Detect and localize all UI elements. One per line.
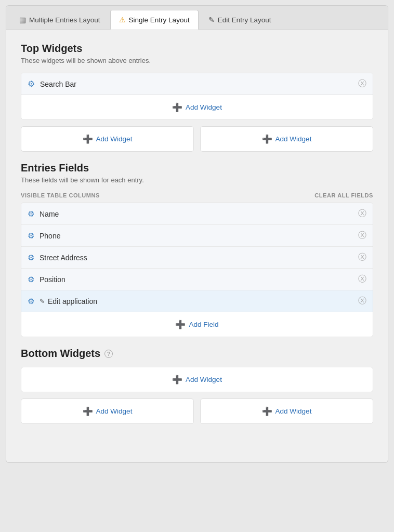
- entries-fields-section: Entries Fields These fields will be show…: [21, 162, 373, 337]
- pencil-icon: ✎: [208, 16, 215, 24]
- add-widget-bottom-icon: ➕: [172, 375, 182, 384]
- search-bar-widget-row: ⚙ Search Bar ⓧ: [21, 73, 373, 95]
- field-position-label: Position: [40, 275, 358, 284]
- top-widgets-desc: These widgets will be shown above entrie…: [21, 57, 373, 64]
- top-widgets-two-col: ➕ Add Widget ➕ Add Widget: [21, 126, 373, 152]
- tab-edit-entry[interactable]: ✎ Edit Entry Layout: [200, 10, 280, 30]
- field-edit-app-remove-button[interactable]: ⓧ: [358, 296, 366, 307]
- bottom-widget-left-box: ➕ Add Widget: [21, 398, 194, 424]
- visible-columns-label: Visible Table Columns: [21, 192, 100, 198]
- field-street-remove-button[interactable]: ⓧ: [358, 252, 366, 263]
- tab-edit-label: Edit Entry Layout: [218, 16, 271, 24]
- field-row-name: ⚙ Name ⓧ: [21, 203, 373, 225]
- add-widget-left-label: Add Widget: [96, 135, 133, 143]
- add-field-icon: ➕: [175, 320, 186, 329]
- add-field-label: Add Field: [189, 321, 218, 328]
- add-widget-bottom-left-label: Add Widget: [96, 407, 133, 415]
- add-widget-top-label: Add Widget: [186, 103, 222, 111]
- bottom-widgets-two-col: ➕ Add Widget ➕ Add Widget: [21, 398, 373, 424]
- field-row-phone: ⚙ Phone ⓧ: [21, 225, 373, 247]
- field-phone-gear-icon[interactable]: ⚙: [28, 231, 34, 241]
- bottom-widgets-section: Bottom Widgets ? ➕ Add Widget ➕ Add Widg…: [21, 348, 373, 424]
- field-street-gear-icon[interactable]: ⚙: [28, 253, 34, 262]
- field-street-label: Street Address: [40, 254, 358, 262]
- add-widget-bottom-right-button[interactable]: ➕ Add Widget: [201, 399, 373, 423]
- tabs-bar: ▦ Multiple Entries Layout ⚠ Single Entry…: [6, 6, 388, 30]
- field-position-remove-button[interactable]: ⓧ: [358, 274, 366, 285]
- add-widget-bottom-left-icon: ➕: [83, 406, 93, 416]
- add-widget-right-button[interactable]: ➕ Add Widget: [201, 127, 373, 151]
- field-phone-remove-button[interactable]: ⓧ: [358, 230, 366, 241]
- top-widgets-title: Top Widgets: [21, 43, 373, 55]
- tab-single-label: Single Entry Layout: [129, 16, 190, 24]
- tab-multiple-entries[interactable]: ▦ Multiple Entries Layout: [10, 10, 109, 30]
- top-widgets-section: Top Widgets These widgets will be shown …: [21, 43, 373, 152]
- search-bar-widget-box: ⚙ Search Bar ⓧ ➕ Add Widget: [21, 73, 373, 120]
- entries-fields-title: Entries Fields: [21, 162, 373, 174]
- entries-fields-desc: These fields will be shown for each entr…: [21, 176, 373, 184]
- field-position-gear-icon[interactable]: ⚙: [28, 275, 34, 284]
- field-row-edit-application: ⚙ ✎ Edit application ⓧ: [21, 290, 373, 312]
- add-widget-top-icon: ➕: [172, 102, 182, 112]
- add-widget-left-button[interactable]: ➕ Add Widget: [21, 127, 193, 151]
- add-widget-bottom-right-label: Add Widget: [275, 407, 312, 415]
- field-name-remove-button[interactable]: ⓧ: [358, 208, 366, 219]
- field-name-label: Name: [40, 210, 358, 218]
- grid-icon: ▦: [19, 16, 26, 24]
- top-widget-right-box: ➕ Add Widget: [200, 126, 373, 152]
- field-edit-app-gear-icon[interactable]: ⚙: [28, 297, 34, 306]
- add-widget-bottom-right-icon: ➕: [262, 406, 272, 416]
- add-widget-right-label: Add Widget: [275, 135, 312, 143]
- add-widget-left-icon: ➕: [83, 134, 93, 144]
- bottom-widget-full-box: ➕ Add Widget: [21, 367, 373, 392]
- field-phone-label: Phone: [40, 232, 358, 240]
- add-widget-bottom-left-button[interactable]: ➕ Add Widget: [21, 399, 193, 423]
- field-edit-app-label: ✎ Edit application: [40, 297, 358, 305]
- search-bar-gear-icon[interactable]: ⚙: [28, 79, 35, 89]
- add-field-button[interactable]: ➕ Add Field: [21, 312, 373, 337]
- bottom-widget-right-box: ➕ Add Widget: [200, 398, 373, 424]
- search-bar-label: Search Bar: [40, 80, 358, 88]
- tab-single-entry[interactable]: ⚠ Single Entry Layout: [110, 10, 199, 30]
- field-edit-app-pencil-icon: ✎: [40, 298, 45, 305]
- field-row-position: ⚙ Position ⓧ: [21, 269, 373, 290]
- warning-icon: ⚠: [119, 16, 126, 24]
- bottom-widgets-title: Bottom Widgets ?: [21, 348, 373, 360]
- add-widget-bottom-button[interactable]: ➕ Add Widget: [21, 367, 373, 392]
- tab-multiple-label: Multiple Entries Layout: [29, 16, 100, 24]
- top-widget-left-box: ➕ Add Widget: [21, 126, 194, 152]
- fields-header: Visible Table Columns Clear All Fields: [21, 192, 373, 198]
- clear-all-fields-button[interactable]: Clear All Fields: [314, 192, 373, 198]
- field-row-street-address: ⚙ Street Address ⓧ: [21, 247, 373, 269]
- help-icon[interactable]: ?: [104, 350, 113, 358]
- main-container: ▦ Multiple Entries Layout ⚠ Single Entry…: [6, 5, 388, 463]
- fields-box: ⚙ Name ⓧ ⚙ Phone ⓧ ⚙: [21, 203, 373, 337]
- add-widget-right-icon: ➕: [262, 134, 272, 144]
- content-area: Top Widgets These widgets will be shown …: [6, 30, 388, 447]
- field-name-gear-icon[interactable]: ⚙: [28, 209, 34, 219]
- add-widget-button-top[interactable]: ➕ Add Widget: [21, 95, 373, 119]
- search-bar-remove-button[interactable]: ⓧ: [358, 78, 366, 89]
- add-widget-bottom-label: Add Widget: [186, 376, 222, 383]
